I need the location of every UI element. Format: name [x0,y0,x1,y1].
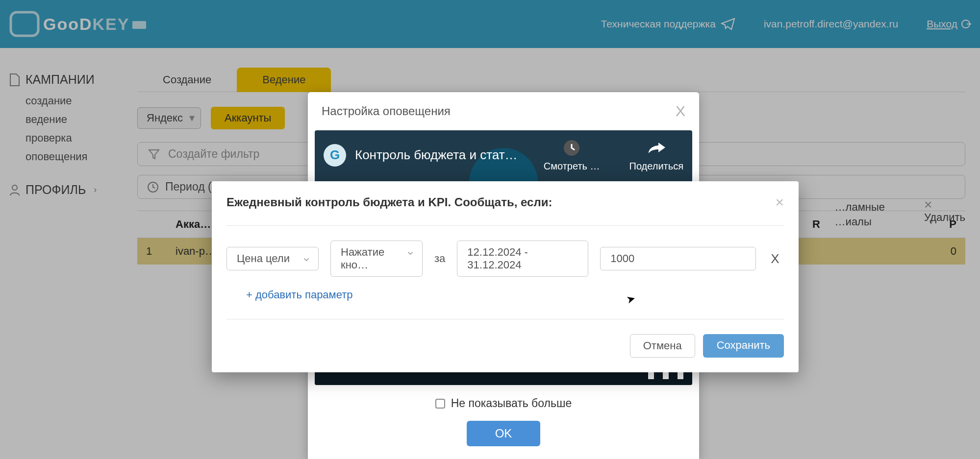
modal-notif-close-button[interactable]: X [676,103,685,120]
modal-kpi-close-button[interactable]: × [775,194,784,211]
video-title: Контроль бюджета и стат… [355,147,518,163]
modal-notif-title: Настройка оповещения [322,104,451,118]
goal-select[interactable]: Нажатие кно… [330,241,423,277]
kpi-param-row: Цена цели Нажатие кно… за 12.12.2024 - 3… [226,225,784,277]
dont-show-checkbox[interactable] [435,399,445,409]
share-button[interactable]: Поделиться [629,138,683,172]
modal-kpi-title: Ежедневный контроль бюджета и KPI. Сообщ… [226,195,552,209]
za-label: за [434,252,445,265]
value-input[interactable]: 1000 [600,247,756,270]
date-range-input[interactable]: 12.12.2024 - 31.12.2024 [457,241,588,277]
dont-show-label: Не показывать больше [451,397,572,410]
metric-select[interactable]: Цена цели [226,247,319,270]
modal-kpi-control: Ежедневный контроль бюджета и KPI. Сообщ… [212,181,799,372]
clock-icon [562,138,581,158]
share-icon [647,141,666,155]
cancel-button[interactable]: Отмена [630,334,695,358]
remove-param-button[interactable]: X [771,251,779,266]
video-channel-icon: G [324,144,346,167]
add-param-link[interactable]: + добавить параметр [226,289,784,301]
ok-button[interactable]: OK [467,421,540,446]
watch-later-button[interactable]: Смотреть … [544,138,600,172]
save-button[interactable]: Сохранить [703,334,784,358]
